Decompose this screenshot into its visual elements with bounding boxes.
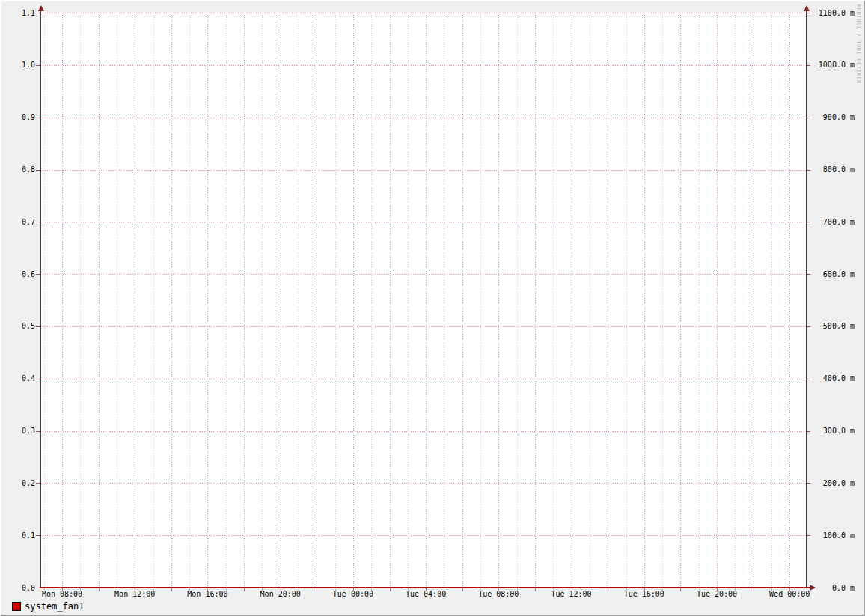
- legend: system_fan1: [12, 601, 84, 612]
- gridline-vertical-minor: [699, 13, 700, 588]
- x-tick: [754, 588, 754, 591]
- gridline-horizontal-major: [40, 535, 806, 536]
- gridline-vertical-minor: [44, 13, 45, 588]
- gridline-vertical-major: [535, 13, 536, 588]
- gridline-vertical-minor: [771, 13, 772, 588]
- x-tick: [99, 588, 100, 591]
- y-axis-left-label: 0.9: [2, 113, 35, 121]
- gridline-vertical-major: [498, 13, 499, 588]
- gridline-horizontal-major: [40, 222, 806, 222]
- x-axis-label: Tue 16:00: [614, 590, 674, 598]
- x-tick: [462, 588, 463, 591]
- gridline-vertical-major: [680, 13, 681, 588]
- gridline-vertical-minor: [262, 13, 263, 588]
- gridline-horizontal-major: [40, 431, 806, 432]
- plot-area: [40, 13, 806, 588]
- y-axis-left-label: 0.5: [2, 322, 35, 330]
- gridline-vertical-minor: [335, 13, 336, 588]
- y-axis-right-line: [806, 9, 807, 588]
- gridline-vertical-minor: [189, 13, 190, 588]
- gridline-vertical-major: [390, 13, 391, 588]
- gridline-horizontal-major: [40, 483, 806, 484]
- x-tick: [608, 588, 608, 591]
- gridline-horizontal-major: [40, 274, 806, 275]
- gridline-vertical-minor: [117, 13, 117, 588]
- y-axis-left-label: 0.6: [2, 270, 35, 278]
- y-axis-left-label: 1.0: [2, 61, 35, 69]
- gridline-vertical-major: [317, 13, 317, 588]
- rrdtool-graph: 0.00.10.20.30.40.50.60.70.80.91.01.1 0.0…: [0, 0, 865, 616]
- y-axis-right-label: 600.0 m: [811, 270, 855, 278]
- y-axis-left-label: 0.1: [2, 531, 35, 540]
- gridline-vertical-minor: [153, 13, 154, 588]
- gridline-vertical-minor: [444, 13, 444, 588]
- gridline-vertical-minor: [553, 13, 554, 588]
- x-tick: [390, 588, 391, 591]
- gridline-vertical-major: [462, 13, 463, 588]
- gridline-vertical-major: [281, 13, 281, 588]
- y-axis-right-label: 100.0 m: [811, 531, 855, 540]
- gridline-vertical-minor: [480, 13, 481, 588]
- gridline-vertical-minor: [626, 13, 627, 588]
- y-axis-right-label: 900.0 m: [811, 113, 855, 121]
- gridline-vertical-major: [789, 13, 790, 588]
- x-tick: [317, 588, 317, 591]
- gridline-vertical-minor: [299, 13, 299, 588]
- gridline-vertical-major: [244, 13, 245, 588]
- x-axis-label: Tue 12:00: [542, 590, 602, 598]
- gridline-horizontal-major: [40, 379, 806, 379]
- gridline-vertical-major: [207, 13, 208, 588]
- y-axis-right-label: 800.0 m: [811, 165, 855, 174]
- y-axis-right-label: 700.0 m: [811, 218, 855, 226]
- gridline-vertical-major: [754, 13, 754, 588]
- gridline-vertical-major: [717, 13, 718, 588]
- x-axis-label: Wed 00:00: [759, 590, 819, 598]
- series-line-system_fan1: [40, 587, 806, 588]
- gridline-vertical-minor: [371, 13, 372, 588]
- x-axis-label: Mon 08:00: [32, 590, 92, 598]
- gridline-vertical-major: [353, 13, 354, 588]
- y-axis-left-label: 0.8: [2, 165, 35, 174]
- gridline-vertical-major: [426, 13, 427, 588]
- y-axis-right-label: 400.0 m: [811, 374, 855, 382]
- x-tick: [244, 588, 245, 591]
- gridline-vertical-major: [572, 13, 572, 588]
- y-axis-right-arrow-icon: [804, 5, 810, 11]
- gridline-vertical-minor: [226, 13, 227, 588]
- gridline-vertical-major: [62, 13, 63, 588]
- gridline-horizontal-major: [40, 13, 806, 13]
- x-axis-label: Tue 08:00: [468, 590, 528, 598]
- y-axis-left-label: 0.2: [2, 479, 35, 487]
- gridline-horizontal-major: [40, 326, 806, 327]
- y-axis-left-label: 0.3: [2, 427, 35, 435]
- gridline-vertical-minor: [80, 13, 81, 588]
- y-axis-right-label: 300.0 m: [811, 427, 855, 435]
- y-axis-left-label: 0.7: [2, 218, 35, 226]
- gridline-horizontal-major: [40, 170, 806, 171]
- x-axis-label: Mon 20:00: [251, 590, 311, 598]
- x-axis-label: Tue 20:00: [687, 590, 747, 598]
- y-axis-left-label: 0.0: [2, 584, 35, 592]
- gridline-vertical-major: [135, 13, 135, 588]
- x-axis-label: Tue 00:00: [323, 590, 383, 598]
- x-axis-label: Tue 04:00: [396, 590, 456, 598]
- gridline-vertical-minor: [590, 13, 590, 588]
- gridline-horizontal-major: [40, 118, 806, 118]
- x-axis-label: Mon 12:00: [105, 590, 165, 598]
- y-axis-right-label: 1100.0 m: [811, 9, 855, 17]
- gridline-vertical-major: [608, 13, 608, 588]
- watermark-text: RRDTOOL / TOBI OETIKER: [855, 4, 861, 84]
- x-tick: [680, 588, 681, 591]
- gridline-vertical-minor: [408, 13, 409, 588]
- gridline-vertical-major: [644, 13, 645, 588]
- y-axis-right-label: 1000.0 m: [811, 61, 855, 69]
- y-axis-right-label: 500.0 m: [811, 322, 855, 330]
- y-axis-left-line: [40, 9, 41, 588]
- legend-label: system_fan1: [25, 602, 84, 612]
- x-tick: [171, 588, 172, 591]
- legend-swatch-system_fan1: [12, 602, 21, 611]
- y-axis-left-arrow-icon: [38, 5, 44, 11]
- gridline-horizontal-major: [40, 65, 806, 66]
- x-axis-label: Mon 16:00: [177, 590, 237, 598]
- gridline-vertical-minor: [662, 13, 663, 588]
